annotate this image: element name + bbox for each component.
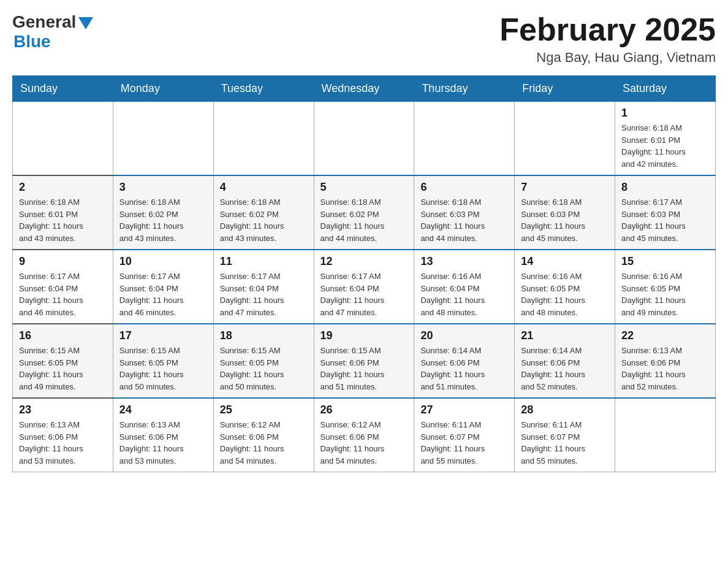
logo-triangle-icon xyxy=(78,17,93,29)
table-row: 12Sunrise: 6:17 AMSunset: 6:04 PMDayligh… xyxy=(314,250,414,324)
col-tuesday: Tuesday xyxy=(213,76,314,102)
day-number: 6 xyxy=(420,181,508,194)
table-row: 13Sunrise: 6:16 AMSunset: 6:04 PMDayligh… xyxy=(414,250,515,324)
table-row: 21Sunrise: 6:14 AMSunset: 6:06 PMDayligh… xyxy=(515,324,615,398)
table-row: 25Sunrise: 6:12 AMSunset: 6:06 PMDayligh… xyxy=(213,398,314,472)
logo: General Blue xyxy=(12,12,93,52)
table-row: 7Sunrise: 6:18 AMSunset: 6:03 PMDaylight… xyxy=(515,175,615,250)
calendar-week-row: 9Sunrise: 6:17 AMSunset: 6:04 PMDaylight… xyxy=(13,250,716,324)
day-info: Sunrise: 6:18 AMSunset: 6:02 PMDaylight:… xyxy=(119,196,207,244)
day-number: 5 xyxy=(320,181,408,194)
day-number: 18 xyxy=(220,329,308,342)
calendar-week-row: 16Sunrise: 6:15 AMSunset: 6:05 PMDayligh… xyxy=(13,324,716,398)
table-row: 18Sunrise: 6:15 AMSunset: 6:05 PMDayligh… xyxy=(213,324,314,398)
page-header: General Blue February 2025 Nga Bay, Hau … xyxy=(12,12,716,66)
day-info: Sunrise: 6:17 AMSunset: 6:04 PMDaylight:… xyxy=(19,270,107,318)
day-info: Sunrise: 6:15 AMSunset: 6:06 PMDaylight:… xyxy=(320,345,408,393)
table-row: 19Sunrise: 6:15 AMSunset: 6:06 PMDayligh… xyxy=(314,324,414,398)
table-row: 2Sunrise: 6:18 AMSunset: 6:01 PMDaylight… xyxy=(13,175,113,250)
table-row: 14Sunrise: 6:16 AMSunset: 6:05 PMDayligh… xyxy=(515,250,615,324)
table-row: 9Sunrise: 6:17 AMSunset: 6:04 PMDaylight… xyxy=(13,250,113,324)
day-info: Sunrise: 6:17 AMSunset: 6:04 PMDaylight:… xyxy=(119,270,207,318)
table-row: 6Sunrise: 6:18 AMSunset: 6:03 PMDaylight… xyxy=(414,175,515,250)
table-row: 3Sunrise: 6:18 AMSunset: 6:02 PMDaylight… xyxy=(113,175,213,250)
col-monday: Monday xyxy=(113,76,213,102)
day-info: Sunrise: 6:15 AMSunset: 6:05 PMDaylight:… xyxy=(19,345,107,393)
day-info: Sunrise: 6:13 AMSunset: 6:06 PMDaylight:… xyxy=(19,419,107,467)
day-number: 13 xyxy=(420,255,508,268)
table-row xyxy=(615,398,716,472)
day-number: 19 xyxy=(320,329,408,342)
day-number: 24 xyxy=(119,404,207,416)
logo-blue-label: Blue xyxy=(13,32,51,52)
day-number: 3 xyxy=(119,181,207,194)
table-row: 20Sunrise: 6:14 AMSunset: 6:06 PMDayligh… xyxy=(414,324,515,398)
table-row: 4Sunrise: 6:18 AMSunset: 6:02 PMDaylight… xyxy=(213,175,314,250)
calendar-week-row: 2Sunrise: 6:18 AMSunset: 6:01 PMDaylight… xyxy=(13,175,716,250)
day-number: 23 xyxy=(19,404,107,416)
calendar-week-row: 1Sunrise: 6:18 AMSunset: 6:01 PMDaylight… xyxy=(13,102,716,176)
col-wednesday: Wednesday xyxy=(314,76,414,102)
day-info: Sunrise: 6:18 AMSunset: 6:01 PMDaylight:… xyxy=(621,122,709,170)
day-number: 9 xyxy=(19,255,107,268)
day-number: 1 xyxy=(621,107,709,120)
calendar-header-row: Sunday Monday Tuesday Wednesday Thursday… xyxy=(13,76,716,102)
table-row xyxy=(414,102,515,176)
day-info: Sunrise: 6:16 AMSunset: 6:05 PMDaylight:… xyxy=(621,270,709,318)
col-friday: Friday xyxy=(515,76,615,102)
calendar-week-row: 23Sunrise: 6:13 AMSunset: 6:06 PMDayligh… xyxy=(13,398,716,472)
day-info: Sunrise: 6:11 AMSunset: 6:07 PMDaylight:… xyxy=(521,419,609,467)
day-number: 14 xyxy=(521,255,609,268)
day-number: 2 xyxy=(19,181,107,194)
day-info: Sunrise: 6:15 AMSunset: 6:05 PMDaylight:… xyxy=(220,345,308,393)
col-sunday: Sunday xyxy=(13,76,113,102)
day-info: Sunrise: 6:18 AMSunset: 6:03 PMDaylight:… xyxy=(521,196,609,244)
day-number: 7 xyxy=(521,181,609,194)
day-info: Sunrise: 6:16 AMSunset: 6:05 PMDaylight:… xyxy=(521,270,609,318)
table-row: 16Sunrise: 6:15 AMSunset: 6:05 PMDayligh… xyxy=(13,324,113,398)
day-info: Sunrise: 6:15 AMSunset: 6:05 PMDaylight:… xyxy=(119,345,207,393)
day-info: Sunrise: 6:17 AMSunset: 6:04 PMDaylight:… xyxy=(220,270,308,318)
day-number: 8 xyxy=(621,181,709,194)
table-row: 10Sunrise: 6:17 AMSunset: 6:04 PMDayligh… xyxy=(113,250,213,324)
day-info: Sunrise: 6:14 AMSunset: 6:06 PMDaylight:… xyxy=(420,345,508,393)
table-row xyxy=(213,102,314,176)
day-info: Sunrise: 6:17 AMSunset: 6:03 PMDaylight:… xyxy=(621,196,709,244)
day-number: 11 xyxy=(220,255,308,268)
col-thursday: Thursday xyxy=(414,76,515,102)
calendar-table: Sunday Monday Tuesday Wednesday Thursday… xyxy=(12,75,716,472)
day-number: 21 xyxy=(521,329,609,342)
table-row: 8Sunrise: 6:17 AMSunset: 6:03 PMDaylight… xyxy=(615,175,716,250)
table-row xyxy=(13,102,113,176)
logo-general-text: General xyxy=(12,12,93,32)
day-number: 16 xyxy=(19,329,107,342)
table-row: 26Sunrise: 6:12 AMSunset: 6:06 PMDayligh… xyxy=(314,398,414,472)
col-saturday: Saturday xyxy=(615,76,716,102)
day-number: 4 xyxy=(220,181,308,194)
day-number: 20 xyxy=(420,329,508,342)
day-number: 17 xyxy=(119,329,207,342)
table-row: 11Sunrise: 6:17 AMSunset: 6:04 PMDayligh… xyxy=(213,250,314,324)
day-info: Sunrise: 6:16 AMSunset: 6:04 PMDaylight:… xyxy=(420,270,508,318)
table-row: 27Sunrise: 6:11 AMSunset: 6:07 PMDayligh… xyxy=(414,398,515,472)
table-row: 23Sunrise: 6:13 AMSunset: 6:06 PMDayligh… xyxy=(13,398,113,472)
day-info: Sunrise: 6:11 AMSunset: 6:07 PMDaylight:… xyxy=(420,419,508,467)
table-row: 17Sunrise: 6:15 AMSunset: 6:05 PMDayligh… xyxy=(113,324,213,398)
day-info: Sunrise: 6:12 AMSunset: 6:06 PMDaylight:… xyxy=(220,419,308,467)
table-row xyxy=(113,102,213,176)
table-row xyxy=(515,102,615,176)
day-number: 27 xyxy=(420,404,508,416)
day-number: 10 xyxy=(119,255,207,268)
table-row: 5Sunrise: 6:18 AMSunset: 6:02 PMDaylight… xyxy=(314,175,414,250)
table-row: 22Sunrise: 6:13 AMSunset: 6:06 PMDayligh… xyxy=(615,324,716,398)
day-info: Sunrise: 6:18 AMSunset: 6:03 PMDaylight:… xyxy=(420,196,508,244)
day-number: 28 xyxy=(521,404,609,416)
day-info: Sunrise: 6:13 AMSunset: 6:06 PMDaylight:… xyxy=(621,345,709,393)
day-number: 15 xyxy=(621,255,709,268)
day-number: 25 xyxy=(220,404,308,416)
day-info: Sunrise: 6:17 AMSunset: 6:04 PMDaylight:… xyxy=(320,270,408,318)
location-subtitle: Nga Bay, Hau Giang, Vietnam xyxy=(499,50,716,66)
day-info: Sunrise: 6:18 AMSunset: 6:02 PMDaylight:… xyxy=(320,196,408,244)
month-title: February 2025 xyxy=(499,12,716,47)
day-info: Sunrise: 6:13 AMSunset: 6:06 PMDaylight:… xyxy=(119,419,207,467)
